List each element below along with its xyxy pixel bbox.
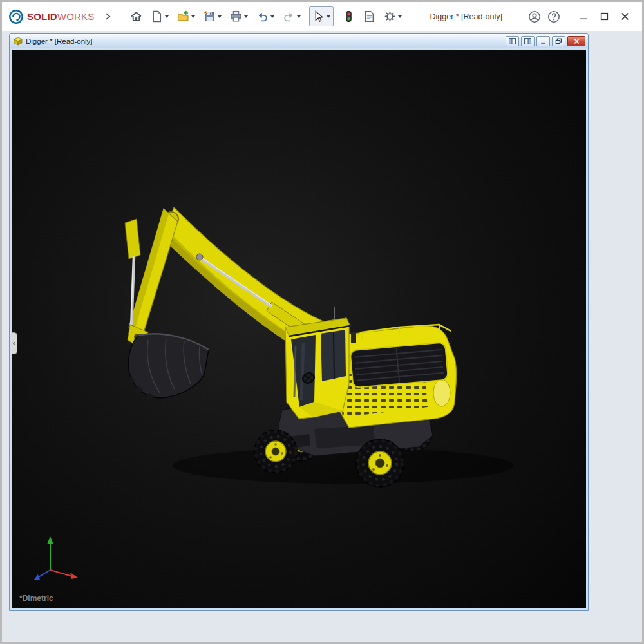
new-document-dropdown-icon[interactable] <box>165 15 169 18</box>
new-document-icon <box>151 10 163 23</box>
part-document-icon <box>14 37 23 46</box>
doc-minimize-icon <box>540 38 547 44</box>
mdi-area: Digger * [Read-only] <box>2 31 642 642</box>
view-orientation-label: *Dimetric <box>19 594 53 603</box>
viewport-3d[interactable]: *Dimetric <box>12 50 586 608</box>
rear-panel <box>433 379 450 406</box>
doc-restore-icon <box>555 38 562 44</box>
solidworks-window: SOLIDWORKS <box>0 0 644 644</box>
redo-button[interactable] <box>280 7 303 26</box>
open-button[interactable] <box>175 7 198 26</box>
document-window: Digger * [Read-only] <box>9 33 589 611</box>
traffic-light-icon <box>343 10 355 23</box>
user-account-button[interactable] <box>525 7 544 26</box>
save-icon <box>204 10 216 23</box>
pane-right-icon <box>524 38 531 44</box>
print-button[interactable] <box>227 7 251 26</box>
open-icon <box>177 10 189 23</box>
orientation-triad[interactable] <box>22 531 83 586</box>
file-properties-icon <box>363 10 375 23</box>
select-dropdown-icon[interactable] <box>327 15 330 18</box>
maximize-icon <box>600 12 609 21</box>
doc-restore-button[interactable] <box>552 36 565 46</box>
select-cursor-icon <box>312 10 325 23</box>
redo-icon <box>283 10 295 23</box>
undo-icon <box>256 10 269 23</box>
show-pane-left-button[interactable] <box>506 36 519 46</box>
3ds-logo-icon <box>8 9 24 24</box>
x-axis-arrow <box>70 573 78 579</box>
app-title: Digger * [Read-only] <box>430 12 502 21</box>
featuremanager-collapse-tab[interactable] <box>12 332 17 354</box>
collapse-tab-dot-icon <box>13 342 15 345</box>
print-icon <box>230 10 242 23</box>
help-button[interactable] <box>544 7 564 26</box>
user-account-icon <box>528 10 541 23</box>
z-axis <box>39 570 50 577</box>
minimize-button[interactable] <box>574 7 594 26</box>
options-button[interactable] <box>381 7 404 26</box>
new-document-button[interactable] <box>148 7 171 26</box>
z-axis-arrow <box>33 574 40 580</box>
undo-dropdown-icon[interactable] <box>270 15 274 18</box>
minimize-icon <box>580 12 588 21</box>
gear-icon <box>384 10 396 23</box>
xpress-products-button[interactable] <box>340 7 357 26</box>
x-axis <box>50 570 72 576</box>
solidworks-logo: SOLIDWORKS <box>8 9 95 24</box>
select-tool-button[interactable] <box>309 6 334 26</box>
bucket <box>126 334 209 402</box>
document-title: Digger * [Read-only] <box>26 37 504 45</box>
engine-housing <box>335 325 457 428</box>
maximize-button[interactable] <box>594 7 615 26</box>
wheel-rear-outer <box>356 439 404 487</box>
file-properties-button[interactable] <box>361 7 378 26</box>
home-icon <box>130 10 142 23</box>
help-icon <box>547 10 560 23</box>
save-dropdown-icon[interactable] <box>218 15 222 18</box>
wheel-front-outer <box>254 430 297 473</box>
close-button[interactable] <box>615 7 636 26</box>
y-axis-arrow <box>47 536 53 544</box>
print-dropdown-icon[interactable] <box>244 15 248 18</box>
digger-model[interactable] <box>12 50 586 608</box>
document-titlebar[interactable]: Digger * [Read-only] <box>10 34 588 48</box>
main-toolbar: SOLIDWORKS <box>2 2 642 31</box>
redo-dropdown-icon[interactable] <box>297 15 301 18</box>
options-dropdown-icon[interactable] <box>398 15 402 18</box>
app-frame: SOLIDWORKS <box>2 2 642 642</box>
close-icon <box>621 12 629 21</box>
doc-close-icon <box>573 38 580 44</box>
undo-button[interactable] <box>254 7 277 26</box>
save-button[interactable] <box>201 7 224 26</box>
doc-close-button[interactable] <box>567 36 585 46</box>
engine-hood <box>350 342 448 388</box>
home-button[interactable] <box>128 7 145 26</box>
exhaust <box>351 332 356 343</box>
open-dropdown-icon[interactable] <box>191 15 195 18</box>
brand-name-bold: SOLID <box>27 11 57 22</box>
doc-minimize-button[interactable] <box>536 36 550 46</box>
window-controls <box>574 7 636 26</box>
pane-left-icon <box>509 38 516 44</box>
brand-name-light: WORKS <box>57 11 95 22</box>
toolbar-expand-chevron-icon[interactable] <box>102 10 113 23</box>
show-pane-right-button[interactable] <box>521 36 535 46</box>
